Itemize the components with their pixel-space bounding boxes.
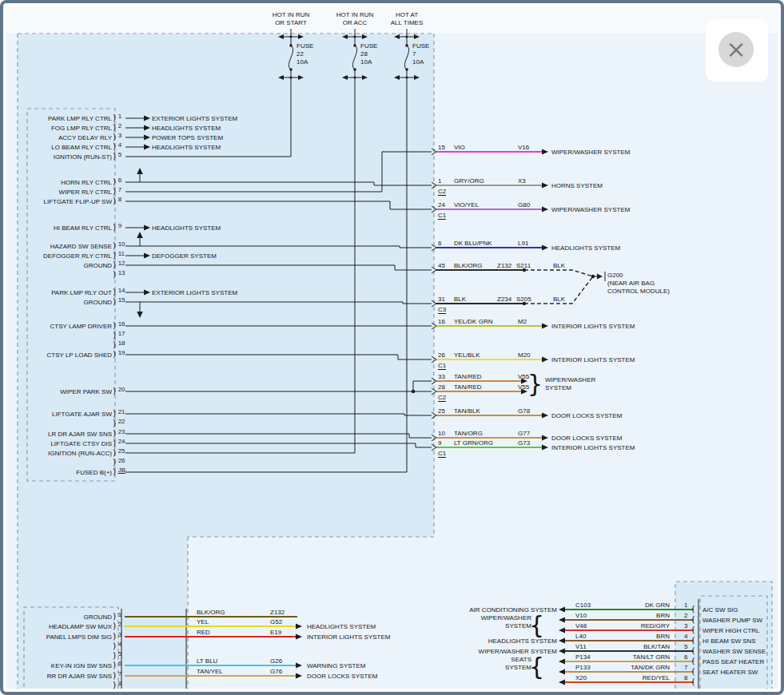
ground-junction-dot [591,275,595,278]
wire-circuit: Z132 [270,609,285,616]
wire-circuit: C103 [575,602,591,609]
wire-pin: 5 [684,643,687,650]
wire-color: TAN/DK GRN [631,664,670,671]
system-target: INTERIOR LIGHTS SYSTEM [551,356,635,363]
wire-pin: 31 [438,296,445,303]
close-icon: × [726,35,746,63]
pin-label: GROUND [83,299,112,306]
pin-bracket: 13 [112,269,125,280]
close-button[interactable]: × [718,32,754,67]
wire-color: RED [197,629,210,636]
wire-color: YEL/BLK [454,351,480,359]
connector-id: C3 [438,306,446,314]
connector-id: C1 [438,450,446,458]
wire-circuit: V10 [575,612,587,619]
connector-id: C2 [438,188,446,196]
pin-label: DEFOGGER RLY CTRL [43,252,112,260]
wire-color: DK GRN [645,602,670,609]
wire-color: BLK [454,296,466,303]
wire-pin: 16 [438,318,445,325]
brace: } [527,372,543,396]
wire-circuit: L91 [518,240,528,247]
pin-label: LR DR AJAR SW SNS [48,431,112,438]
wire-pin: 6 [684,653,687,661]
pin-label: HEADLAMP SW MUX [49,623,112,630]
wire-pin: 28 [438,383,445,391]
pin-label: KEY-IN IGN SW SNS [51,662,112,669]
bus-dot [290,36,293,38]
fuse-terminal-dot [405,44,408,47]
system-target: DOOR LOCKS SYSTEM [551,412,622,419]
pin-bracket: 9 [112,222,121,232]
pin-bracket [690,666,696,677]
pin-label: HAZARD SW SENSE [50,243,112,250]
wire-color: YEL/DK GRN [454,318,492,325]
wire-circuit: P133 [575,664,591,671]
pin-bracket [690,604,696,614]
wiper-park-junction-dot [412,390,415,393]
system-target: WIPER/WASHER [545,376,595,383]
wire-pin: 24 [438,201,445,208]
system-target: POWER TOPS SYSTEM [152,134,223,141]
system-target: EXTERIOR LIGHTS SYSTEM [152,115,237,122]
pin-label: WIPER RLY CTRL [59,189,112,196]
system-target: DEFOGGER SYSTEM [152,252,217,260]
wire-color: BLK/ORG [197,609,225,616]
pin-label: HI BEAM RLY CTRL [54,224,112,232]
wire-pin: 33 [438,373,445,380]
pin-bracket: 6 [112,660,121,670]
system-target: INTERIOR LIGHTS SYSTEM [551,323,635,330]
wire-circuit: G80 [518,201,530,208]
pin-label: ACCY DELAY RLY [58,134,112,141]
wire-circuit: G26 [270,657,282,665]
pin-label: FUSED B(+) [76,469,112,476]
system-target: HEADLIGHTS SYSTEM [307,623,376,630]
system-target: HEADLIGHTS SYSTEM [152,125,221,132]
pin-label: GROUND [83,614,112,621]
splice-id: S211 [516,262,531,269]
wire-color: VIO [454,144,465,151]
system-target: HEADLIGHTS SYSTEM [551,244,620,252]
pin-label: PANEL LMPS DIM SIG [46,633,112,641]
wire-circuit: X20 [575,674,587,681]
pin-label: PARK LMP RLY OUT [51,289,112,296]
fuse-label: FUSE [412,42,429,50]
system-target: SYSTEM [545,384,571,391]
wire-color: TAN/BLK [454,407,480,415]
pin-label: WASHER SW SENSE [702,648,766,655]
pin-bracket: 8 [112,196,121,206]
wire-color: YEL [197,618,209,626]
wire-pin: 6 [438,240,441,247]
system-target: WIPER/WASHER SYSTEM [479,648,557,655]
wire-pin: 45 [438,262,445,269]
fuse-terminal-dot [353,44,356,47]
fuse-label: FUSE [296,42,313,50]
pin-label: CTSY LAMP DRIVER [50,323,112,330]
wire-pin: 7 [684,664,687,671]
wire-circuit: M2 [518,318,527,325]
pin-bracket: 15 [112,296,125,307]
wire-pin: 3 [684,622,687,629]
bus-dot [354,36,356,38]
splice-id: S205 [516,296,531,303]
wire-circuit: V48 [575,622,587,629]
pin-label: LO BEAM RLY CTRL [51,144,112,151]
wire-circuit: L40 [575,633,586,640]
wire-color: RED/YEL [643,674,670,681]
pin-bracket: JB [112,467,125,477]
system-target: EXTERIOR LIGHTS SYSTEM [152,289,237,296]
wire-circuit: G76 [270,668,282,675]
wire-color: RED/GRY [641,622,670,629]
fuse-number: 28 [360,50,368,58]
system-target: DOOR LOCKS SYSTEM [307,673,377,680]
bus-dot [354,77,356,79]
splice-wire-color: BLK [553,262,565,269]
ground-location: (NEAR AIR BAG [607,280,655,287]
wire-circuit: G52 [270,618,282,626]
fuse-terminal-dot [289,68,293,71]
wire-circuit: M20 [518,351,531,359]
wiring-diagram-window: HOT IN RUN OR START HOT IN RUN OR ACC HO… [0,0,784,695]
pin-label: LIFTGATE AJAR SW [52,411,112,418]
connector-id: C1 [438,362,446,370]
pin-bracket [690,635,696,645]
